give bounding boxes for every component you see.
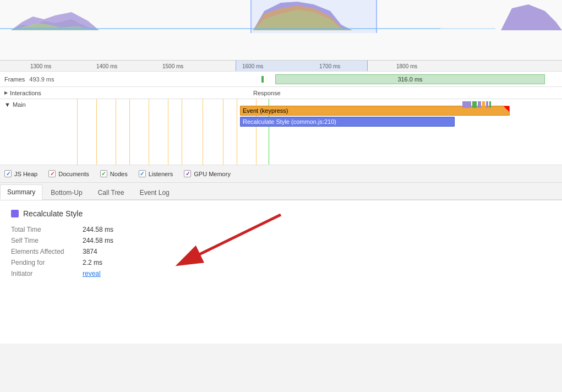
tick-5: [149, 99, 149, 165]
mini-blocks: [462, 101, 491, 108]
ruler-mark-1800: 1800 ms: [396, 63, 417, 69]
frames-bar-area: 316.0 ms: [66, 72, 562, 86]
mini-block-purple: [462, 101, 471, 108]
counter-label-listeners: Listeners: [149, 171, 173, 177]
tick-3: [116, 99, 116, 165]
frame-green-bar: 316.0 ms: [275, 74, 545, 84]
main-content: Event (keypress) Recalculate Style (comm…: [66, 99, 562, 165]
tick-7: [182, 99, 182, 165]
main-triangle: ▼: [4, 101, 10, 108]
summary-row-initiator: Initiator reveal: [11, 270, 551, 277]
frames-label: Frames 493.9 ms: [0, 76, 66, 83]
recalculate-style-bar[interactable]: Recalculate Style (common.js:210): [240, 117, 455, 127]
timeline-overview-area: [0, 0, 562, 61]
tab-event-log[interactable]: Event Log: [133, 184, 177, 200]
ruler-mark-1300: 1300 ms: [30, 63, 51, 69]
summary-link-reveal[interactable]: reveal: [83, 270, 101, 277]
tab-summary-label: Summary: [7, 188, 35, 196]
checkmark-documents: ✓: [50, 171, 54, 177]
tab-bottom-up[interactable]: Bottom-Up: [43, 184, 89, 200]
frames-row: Frames 493.9 ms 316.0 ms: [0, 72, 562, 87]
counter-checkbox-js-heap[interactable]: ✓: [4, 170, 12, 177]
mini-block-purple3: [486, 101, 488, 108]
interaction-response: Response: [253, 90, 281, 96]
summary-panel: Recalculate Style Total Time 244.58 ms S…: [0, 200, 562, 344]
tick-9: [223, 99, 223, 165]
counter-nodes: ✓ Nodes: [100, 170, 128, 177]
frames-text: Frames: [4, 76, 25, 83]
svg-rect-10: [376, 0, 377, 33]
counter-checkbox-listeners[interactable]: ✓: [139, 170, 146, 177]
summary-value-pending-for: 2.2 ms: [83, 259, 102, 266]
checkmark-js-heap: ✓: [6, 171, 10, 177]
counter-label-documents: Documents: [58, 171, 89, 177]
counters-row: ✓ JS Heap ✓ Documents ✓ Nodes ✓ Listener…: [0, 165, 562, 183]
red-corner: [504, 106, 509, 112]
selected-range: [236, 61, 368, 71]
overview-chart: [0, 0, 562, 33]
svg-rect-8: [250, 0, 377, 33]
summary-key-pending-for: Pending for: [11, 259, 83, 266]
counter-js-heap: ✓ JS Heap: [4, 170, 37, 177]
frame-value2: 316.0 ms: [397, 76, 422, 83]
tick-1: [77, 99, 78, 165]
counter-checkbox-gpu-memory[interactable]: ✓: [184, 170, 191, 177]
summary-key-self-time: Self Time: [11, 237, 83, 244]
main-label: ▼ Main: [0, 99, 66, 165]
tab-event-log-label: Event Log: [140, 189, 170, 197]
svg-rect-9: [250, 0, 252, 33]
timeline-ruler: 1300 ms 1400 ms 1500 ms 1600 ms 1700 ms …: [0, 61, 562, 72]
main-text: Main: [13, 101, 26, 108]
tick-10: [237, 99, 237, 165]
summary-color-swatch: [11, 210, 19, 217]
mini-block-purple2: [478, 101, 481, 108]
summary-key-initiator: Initiator: [11, 270, 83, 277]
summary-row-pending-for: Pending for 2.2 ms: [11, 259, 551, 266]
summary-title-text: Recalculate Style: [23, 209, 83, 218]
interactions-triangle: ▶: [4, 90, 8, 95]
event-keypress-label: Event (keypress): [243, 107, 288, 114]
counter-label-js-heap: JS Heap: [14, 171, 37, 177]
checkmark-nodes: ✓: [101, 171, 106, 177]
counter-documents: ✓ Documents: [48, 170, 89, 177]
interactions-label: ▶ Interactions: [0, 90, 66, 96]
tab-call-tree-label: Call Tree: [98, 189, 124, 197]
summary-value-elements-affected: 3874: [83, 248, 97, 255]
summary-content: Total Time 244.58 ms Self Time 244.58 ms…: [11, 226, 551, 277]
checkmark-gpu-memory: ✓: [185, 171, 190, 177]
summary-row-self-time: Self Time 244.58 ms: [11, 237, 551, 244]
tick-6: [168, 99, 168, 165]
counter-label-nodes: Nodes: [110, 171, 128, 177]
tab-summary[interactable]: Summary: [0, 184, 42, 200]
mini-block-green: [472, 101, 477, 108]
summary-value-total-time: 244.58 ms: [83, 226, 113, 233]
summary-value-self-time: 244.58 ms: [83, 237, 113, 244]
bottom-tabs: Summary Bottom-Up Call Tree Event Log: [0, 183, 562, 200]
tab-call-tree[interactable]: Call Tree: [91, 184, 132, 200]
counter-checkbox-nodes[interactable]: ✓: [100, 170, 107, 177]
counter-checkbox-documents[interactable]: ✓: [48, 170, 56, 177]
counter-gpu-memory: ✓ GPU Memory: [184, 170, 231, 177]
interactions-row: ▶ Interactions Response: [0, 87, 562, 99]
tick-4: [129, 99, 130, 165]
summary-row-total-time: Total Time 244.58 ms: [11, 226, 551, 233]
interactions-text: Interactions: [10, 90, 41, 96]
checkmark-listeners: ✓: [140, 171, 144, 177]
mini-block-orange: [482, 101, 485, 108]
ruler-mark-1500: 1500 ms: [162, 63, 183, 69]
summary-key-elements-affected: Elements Affected: [11, 248, 83, 255]
summary-key-total-time: Total Time: [11, 226, 83, 233]
tick-8: [203, 99, 203, 165]
counter-listeners: ✓ Listeners: [139, 170, 173, 177]
main-row: ▼ Main Event (keypress) Recalculate Styl…: [0, 99, 562, 165]
counter-label-gpu-memory: GPU Memory: [194, 171, 231, 177]
frame-tick-small: [261, 76, 264, 83]
summary-title: Recalculate Style: [11, 209, 551, 218]
mini-block-green2: [489, 101, 491, 108]
ruler-mark-1400: 1400 ms: [96, 63, 117, 69]
recalculate-style-label: Recalculate Style (common.js:210): [243, 118, 336, 125]
frames-value1: 493.9 ms: [29, 76, 54, 83]
tick-2: [96, 99, 97, 165]
interactions-content: Response: [66, 87, 562, 99]
tab-bottom-up-label: Bottom-Up: [51, 189, 82, 197]
